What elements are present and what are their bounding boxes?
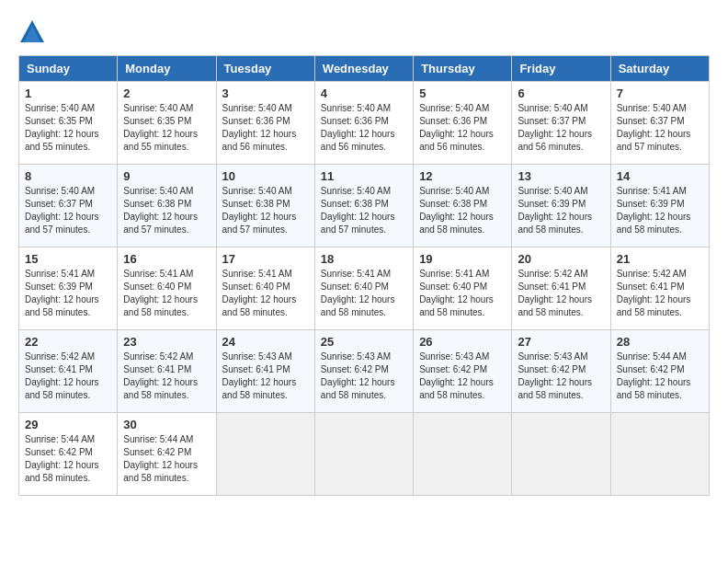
- day-details: Sunrise: 5:40 AMSunset: 6:38 PMDaylight:…: [321, 186, 395, 235]
- calendar-empty-cell: [512, 413, 610, 496]
- calendar-week-row-4: 22Sunrise: 5:42 AMSunset: 6:41 PMDayligh…: [19, 330, 710, 413]
- day-number: 26: [419, 335, 506, 349]
- day-number: 22: [25, 335, 111, 349]
- day-details: Sunrise: 5:42 AMSunset: 6:41 PMDaylight:…: [617, 269, 691, 317]
- day-number: 18: [321, 252, 407, 266]
- day-number: 28: [617, 335, 703, 349]
- calendar-header-thursday: Thursday: [414, 56, 512, 82]
- calendar-day-cell-26: 26Sunrise: 5:43 AMSunset: 6:42 PMDayligh…: [414, 330, 512, 413]
- day-details: Sunrise: 5:40 AMSunset: 6:35 PMDaylight:…: [123, 103, 198, 152]
- day-details: Sunrise: 5:44 AMSunset: 6:42 PMDaylight:…: [617, 351, 691, 400]
- calendar-day-cell-6: 6Sunrise: 5:40 AMSunset: 6:37 PMDaylight…: [512, 82, 610, 165]
- day-number: 20: [518, 252, 604, 266]
- day-details: Sunrise: 5:41 AMSunset: 6:39 PMDaylight:…: [617, 186, 691, 235]
- calendar-day-cell-3: 3Sunrise: 5:40 AMSunset: 6:36 PMDaylight…: [216, 82, 314, 165]
- calendar-week-row-3: 15Sunrise: 5:41 AMSunset: 6:39 PMDayligh…: [19, 247, 710, 330]
- calendar-header-row: SundayMondayTuesdayWednesdayThursdayFrid…: [19, 56, 710, 82]
- day-details: Sunrise: 5:40 AMSunset: 6:36 PMDaylight:…: [222, 103, 297, 152]
- day-number: 17: [222, 252, 309, 266]
- day-number: 5: [419, 86, 506, 100]
- day-number: 8: [25, 169, 111, 183]
- day-number: 24: [222, 335, 309, 349]
- calendar-day-cell-2: 2Sunrise: 5:40 AMSunset: 6:35 PMDaylight…: [118, 82, 216, 165]
- calendar-day-cell-29: 29Sunrise: 5:44 AMSunset: 6:42 PMDayligh…: [19, 413, 118, 496]
- calendar-empty-cell: [314, 413, 413, 496]
- calendar-day-cell-18: 18Sunrise: 5:41 AMSunset: 6:40 PMDayligh…: [314, 247, 413, 330]
- day-number: 1: [25, 86, 111, 100]
- day-number: 12: [419, 169, 506, 183]
- day-details: Sunrise: 5:41 AMSunset: 6:40 PMDaylight:…: [123, 269, 198, 317]
- calendar-day-cell-7: 7Sunrise: 5:40 AMSunset: 6:37 PMDaylight…: [610, 82, 709, 165]
- calendar-day-cell-20: 20Sunrise: 5:42 AMSunset: 6:41 PMDayligh…: [512, 247, 610, 330]
- calendar-header-monday: Monday: [118, 56, 216, 82]
- day-number: 14: [617, 169, 703, 183]
- day-details: Sunrise: 5:40 AMSunset: 6:36 PMDaylight:…: [321, 103, 395, 152]
- day-details: Sunrise: 5:41 AMSunset: 6:39 PMDaylight:…: [25, 269, 99, 317]
- calendar-header-sunday: Sunday: [19, 56, 118, 82]
- day-details: Sunrise: 5:44 AMSunset: 6:42 PMDaylight:…: [25, 434, 99, 483]
- calendar-header-tuesday: Tuesday: [216, 56, 314, 82]
- calendar-day-cell-13: 13Sunrise: 5:40 AMSunset: 6:39 PMDayligh…: [512, 165, 610, 247]
- day-details: Sunrise: 5:40 AMSunset: 6:38 PMDaylight:…: [419, 186, 494, 235]
- day-details: Sunrise: 5:40 AMSunset: 6:38 PMDaylight:…: [123, 186, 198, 235]
- day-details: Sunrise: 5:43 AMSunset: 6:42 PMDaylight:…: [518, 351, 592, 400]
- calendar-day-cell-22: 22Sunrise: 5:42 AMSunset: 6:41 PMDayligh…: [19, 330, 118, 413]
- calendar-day-cell-10: 10Sunrise: 5:40 AMSunset: 6:38 PMDayligh…: [216, 165, 314, 247]
- day-details: Sunrise: 5:41 AMSunset: 6:40 PMDaylight:…: [321, 269, 395, 317]
- day-number: 9: [123, 169, 210, 183]
- calendar-day-cell-14: 14Sunrise: 5:41 AMSunset: 6:39 PMDayligh…: [610, 165, 709, 247]
- calendar-day-cell-8: 8Sunrise: 5:40 AMSunset: 6:37 PMDaylight…: [19, 165, 118, 247]
- logo-icon: [18, 18, 46, 46]
- day-details: Sunrise: 5:43 AMSunset: 6:42 PMDaylight:…: [419, 351, 494, 400]
- day-number: 6: [518, 86, 604, 100]
- calendar-day-cell-28: 28Sunrise: 5:44 AMSunset: 6:42 PMDayligh…: [610, 330, 709, 413]
- day-details: Sunrise: 5:40 AMSunset: 6:37 PMDaylight:…: [25, 186, 99, 235]
- calendar-table: SundayMondayTuesdayWednesdayThursdayFrid…: [18, 55, 710, 496]
- day-number: 19: [419, 252, 506, 266]
- page-header: [18, 18, 710, 46]
- day-number: 4: [321, 86, 407, 100]
- calendar-day-cell-24: 24Sunrise: 5:43 AMSunset: 6:41 PMDayligh…: [216, 330, 314, 413]
- calendar-day-cell-23: 23Sunrise: 5:42 AMSunset: 6:41 PMDayligh…: [118, 330, 216, 413]
- day-number: 25: [321, 335, 407, 349]
- day-details: Sunrise: 5:42 AMSunset: 6:41 PMDaylight:…: [123, 351, 198, 400]
- calendar-day-cell-5: 5Sunrise: 5:40 AMSunset: 6:36 PMDaylight…: [414, 82, 512, 165]
- day-number: 2: [123, 86, 210, 100]
- day-details: Sunrise: 5:40 AMSunset: 6:38 PMDaylight:…: [222, 186, 297, 235]
- calendar-day-cell-25: 25Sunrise: 5:43 AMSunset: 6:42 PMDayligh…: [314, 330, 413, 413]
- calendar-week-row-2: 8Sunrise: 5:40 AMSunset: 6:37 PMDaylight…: [19, 165, 710, 247]
- calendar-week-row-1: 1Sunrise: 5:40 AMSunset: 6:35 PMDaylight…: [19, 82, 710, 165]
- calendar-header-saturday: Saturday: [610, 56, 709, 82]
- day-details: Sunrise: 5:41 AMSunset: 6:40 PMDaylight:…: [419, 269, 494, 317]
- calendar-day-cell-21: 21Sunrise: 5:42 AMSunset: 6:41 PMDayligh…: [610, 247, 709, 330]
- calendar-day-cell-15: 15Sunrise: 5:41 AMSunset: 6:39 PMDayligh…: [19, 247, 118, 330]
- day-details: Sunrise: 5:43 AMSunset: 6:42 PMDaylight:…: [321, 351, 395, 400]
- calendar-day-cell-16: 16Sunrise: 5:41 AMSunset: 6:40 PMDayligh…: [118, 247, 216, 330]
- day-details: Sunrise: 5:40 AMSunset: 6:37 PMDaylight:…: [518, 103, 592, 152]
- day-number: 21: [617, 252, 703, 266]
- calendar-day-cell-30: 30Sunrise: 5:44 AMSunset: 6:42 PMDayligh…: [118, 413, 216, 496]
- calendar-header-friday: Friday: [512, 56, 610, 82]
- day-details: Sunrise: 5:42 AMSunset: 6:41 PMDaylight:…: [25, 351, 99, 400]
- calendar-day-cell-17: 17Sunrise: 5:41 AMSunset: 6:40 PMDayligh…: [216, 247, 314, 330]
- day-details: Sunrise: 5:42 AMSunset: 6:41 PMDaylight:…: [518, 269, 592, 317]
- calendar-day-cell-1: 1Sunrise: 5:40 AMSunset: 6:35 PMDaylight…: [19, 82, 118, 165]
- day-details: Sunrise: 5:40 AMSunset: 6:39 PMDaylight:…: [518, 186, 592, 235]
- day-details: Sunrise: 5:40 AMSunset: 6:36 PMDaylight:…: [419, 103, 494, 152]
- calendar-week-row-5: 29Sunrise: 5:44 AMSunset: 6:42 PMDayligh…: [19, 413, 710, 496]
- calendar-header-wednesday: Wednesday: [314, 56, 413, 82]
- day-number: 7: [617, 86, 703, 100]
- day-details: Sunrise: 5:41 AMSunset: 6:40 PMDaylight:…: [222, 269, 297, 317]
- logo: [18, 18, 50, 46]
- day-details: Sunrise: 5:44 AMSunset: 6:42 PMDaylight:…: [123, 434, 198, 483]
- calendar-day-cell-11: 11Sunrise: 5:40 AMSunset: 6:38 PMDayligh…: [314, 165, 413, 247]
- calendar-day-cell-9: 9Sunrise: 5:40 AMSunset: 6:38 PMDaylight…: [118, 165, 216, 247]
- calendar-empty-cell: [610, 413, 709, 496]
- day-number: 15: [25, 252, 111, 266]
- day-number: 30: [123, 418, 210, 431]
- day-number: 13: [518, 169, 604, 183]
- calendar-empty-cell: [216, 413, 314, 496]
- day-number: 29: [25, 418, 111, 431]
- day-details: Sunrise: 5:40 AMSunset: 6:37 PMDaylight:…: [617, 103, 691, 152]
- calendar-day-cell-27: 27Sunrise: 5:43 AMSunset: 6:42 PMDayligh…: [512, 330, 610, 413]
